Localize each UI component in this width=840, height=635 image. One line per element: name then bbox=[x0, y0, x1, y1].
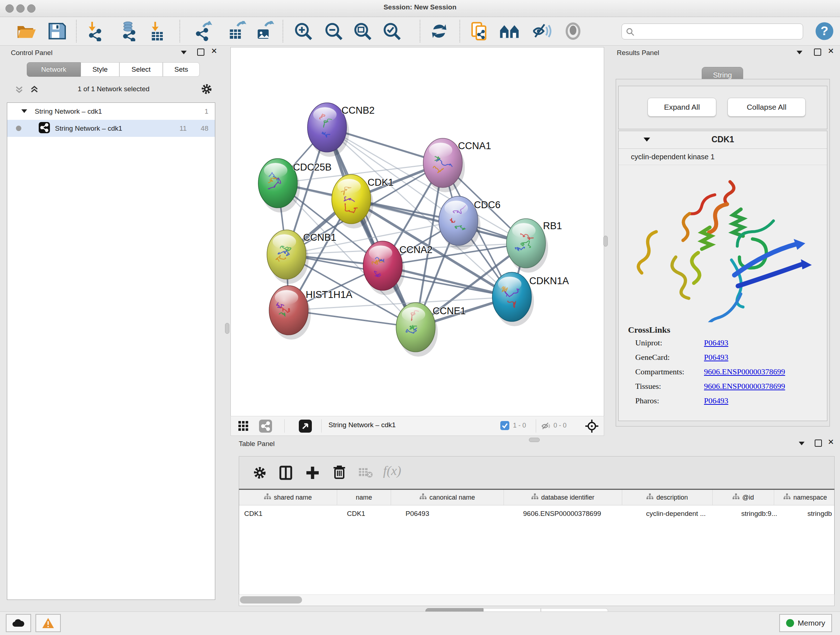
update-network-icon[interactable] bbox=[429, 21, 449, 41]
search-icon bbox=[625, 27, 635, 36]
network-node-CDK1[interactable] bbox=[332, 174, 373, 228]
network-node-RB1[interactable] bbox=[507, 219, 548, 272]
add-column-icon[interactable] bbox=[305, 465, 320, 482]
window-title: Session: New Session bbox=[0, 3, 840, 11]
export-image-icon[interactable] bbox=[254, 21, 275, 41]
results-panel: Results Panel ✕ String Expand All Collap… bbox=[608, 47, 837, 433]
tab-style[interactable]: Style bbox=[81, 62, 119, 77]
node-label-CCNB1: CCNB1 bbox=[303, 232, 336, 243]
toolbar-separator bbox=[76, 20, 77, 42]
crosslink-link[interactable]: P06493 bbox=[704, 396, 728, 405]
pan-crosshair-icon[interactable] bbox=[584, 419, 599, 435]
expand-all-button[interactable]: Expand All bbox=[647, 98, 716, 117]
help-icon[interactable]: ? bbox=[814, 21, 835, 41]
table-toolbar: f(x) bbox=[239, 456, 835, 489]
protein-structure-image bbox=[619, 165, 827, 323]
network-node-CCNB1[interactable] bbox=[267, 230, 309, 284]
panel-menu-icon[interactable] bbox=[797, 51, 802, 54]
gene-card-header[interactable]: CDK1 bbox=[619, 131, 827, 149]
show-graphics-details-icon[interactable] bbox=[563, 21, 583, 41]
table-cell[interactable]: CDK1 bbox=[342, 505, 401, 522]
panel-menu-icon[interactable] bbox=[799, 442, 805, 445]
memory-status-dot bbox=[786, 619, 794, 627]
column-header-description[interactable]: description bbox=[622, 490, 713, 505]
shared-column-icon bbox=[646, 494, 653, 501]
table-cell[interactable]: stringdb:9... bbox=[736, 505, 802, 522]
tree-expand-caret-icon[interactable] bbox=[21, 108, 27, 116]
clone-network-icon[interactable] bbox=[470, 21, 490, 41]
export-table-icon[interactable] bbox=[226, 21, 247, 41]
scrollbar-thumb[interactable] bbox=[240, 596, 302, 603]
zoom-fit-icon[interactable] bbox=[352, 21, 373, 41]
column-header-canonical-name[interactable]: canonical name bbox=[391, 490, 504, 505]
birds-eye-view-icon[interactable] bbox=[299, 420, 312, 434]
panel-float-icon[interactable] bbox=[814, 49, 821, 56]
column-header-database-identifier[interactable]: database identifier bbox=[504, 490, 622, 505]
delete-column-trash-icon[interactable] bbox=[332, 464, 347, 481]
warning-status-button[interactable] bbox=[35, 614, 61, 632]
table-settings-gear-icon[interactable] bbox=[252, 465, 267, 482]
network-node-CCNE1[interactable] bbox=[396, 302, 438, 356]
table-row[interactable]: CDK1CDK1P064939606.ENSP00000378699cyclin… bbox=[239, 505, 834, 522]
network-options-gear-icon[interactable] bbox=[200, 82, 213, 97]
network-node-HIST1H1A[interactable] bbox=[269, 286, 311, 340]
panel-close-icon[interactable]: ✕ bbox=[211, 48, 218, 54]
shared-column-icon bbox=[420, 494, 426, 501]
table-cell[interactable]: 9606.ENSP00000378699 bbox=[518, 505, 641, 522]
selected-counts: 1 - 0 bbox=[513, 422, 526, 429]
right-splitter-handle[interactable] bbox=[603, 236, 608, 247]
grid-mode-icon[interactable] bbox=[238, 421, 249, 433]
panel-close-icon[interactable]: ✕ bbox=[828, 439, 834, 445]
import-table-from-file-icon[interactable] bbox=[148, 21, 168, 41]
export-network-icon[interactable] bbox=[193, 21, 213, 41]
table-cell[interactable]: stringdb bbox=[802, 505, 835, 522]
crosslink-link[interactable]: 9606.ENSP00000378699 bbox=[704, 382, 785, 391]
zoom-in-icon[interactable] bbox=[293, 21, 313, 41]
select-columns-icon[interactable] bbox=[278, 465, 294, 482]
tab-select[interactable]: Select bbox=[119, 62, 163, 77]
current-network-name: String Network – cdk1 bbox=[328, 421, 396, 429]
column-header-shared-name[interactable]: shared name bbox=[239, 490, 337, 505]
network-node-CDKN1A[interactable] bbox=[493, 272, 534, 326]
title-bar: Session: New Session bbox=[0, 0, 840, 17]
control-panel-tabs: NetworkStyleSelectSets bbox=[27, 62, 201, 77]
network-collection-row[interactable]: String Network – cdk1 1 bbox=[7, 103, 215, 120]
cloud-status-button[interactable] bbox=[6, 614, 31, 632]
table-cell[interactable]: cyclin-dependent ... bbox=[641, 505, 736, 522]
column-header-name[interactable]: name bbox=[337, 490, 391, 505]
network-view-canvas[interactable]: CCNB2CCNA1CDC25BCDK1CDC6RB1CCNB1CCNA2CDK… bbox=[231, 47, 604, 416]
tab-sets[interactable]: Sets bbox=[163, 62, 200, 77]
network-selection-summary: 1 of 1 Network selected bbox=[3, 85, 224, 93]
import-network-from-file-icon[interactable] bbox=[85, 21, 106, 41]
panel-float-icon[interactable] bbox=[815, 440, 822, 447]
panel-menu-icon[interactable] bbox=[181, 51, 187, 54]
node-label-CDKN1A: CDKN1A bbox=[529, 276, 569, 287]
table-cell[interactable]: CDK1 bbox=[239, 505, 342, 522]
left-splitter-handle[interactable] bbox=[225, 323, 229, 334]
collapse-all-button[interactable]: Collapse All bbox=[728, 98, 806, 117]
crosslink-link[interactable]: P06493 bbox=[704, 338, 728, 348]
panel-float-icon[interactable] bbox=[197, 49, 204, 56]
save-session-icon[interactable] bbox=[47, 21, 67, 41]
open-session-icon[interactable] bbox=[16, 21, 36, 41]
tab-network[interactable]: Network bbox=[27, 62, 81, 77]
import-network-from-database-icon[interactable] bbox=[118, 21, 139, 41]
memory-button[interactable]: Memory bbox=[779, 614, 832, 632]
crosslink-link[interactable]: 9606.ENSP00000378699 bbox=[704, 367, 785, 377]
network-row[interactable]: String Network – cdk1 11 48 bbox=[7, 120, 215, 137]
column-header-label: namespace bbox=[793, 494, 827, 501]
first-neighbors-icon[interactable] bbox=[499, 21, 519, 41]
crosslink-link[interactable]: P06493 bbox=[704, 353, 728, 362]
zoom-selected-icon[interactable] bbox=[382, 21, 402, 41]
hide-selected-icon[interactable] bbox=[532, 21, 552, 41]
column-header--id[interactable]: @id bbox=[713, 490, 774, 505]
zoom-out-icon[interactable] bbox=[324, 21, 344, 41]
search-input[interactable] bbox=[638, 25, 798, 38]
selected-checkbox-icon[interactable] bbox=[500, 421, 509, 432]
network-type-icon[interactable] bbox=[259, 420, 272, 434]
bottom-splitter-handle[interactable] bbox=[529, 438, 540, 442]
panel-close-icon[interactable]: ✕ bbox=[828, 48, 834, 54]
table-horizontal-scrollbar[interactable] bbox=[239, 594, 835, 606]
column-header-namespace[interactable]: namespace bbox=[774, 490, 835, 505]
table-cell[interactable]: P06493 bbox=[401, 505, 518, 522]
